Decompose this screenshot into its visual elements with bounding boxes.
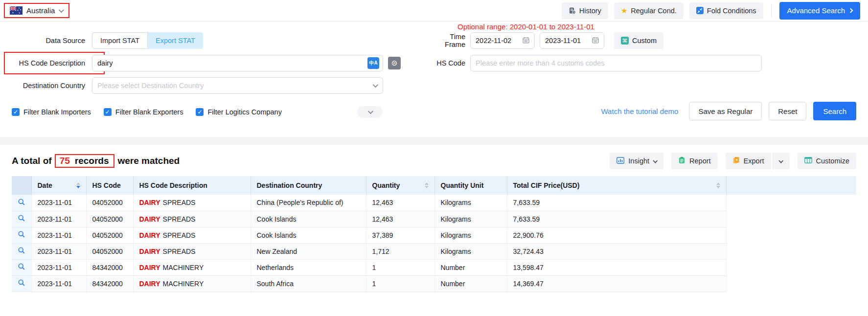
annotation-box-count: 75 records bbox=[55, 154, 115, 168]
start-date-input[interactable]: 2022-11-02 bbox=[470, 32, 535, 49]
hs-description-row: HS Code Description 中A ⊜ HS Code bbox=[12, 55, 856, 71]
history-icon bbox=[569, 7, 576, 14]
star-icon: ★ bbox=[621, 6, 627, 15]
translate-icon[interactable]: 中A bbox=[367, 57, 379, 69]
header-destination-country: Destination Country bbox=[251, 176, 366, 195]
insight-bi-icon bbox=[617, 157, 624, 165]
export-icon bbox=[732, 157, 740, 165]
results-summary: A total of 75 records were matched bbox=[12, 154, 180, 168]
cell-quantity-unit: Number bbox=[434, 259, 507, 275]
chevron-right-icon bbox=[848, 8, 853, 13]
collapse-conditions-toggle[interactable] bbox=[357, 106, 383, 118]
topbar: Australia History ★ Regular Cond. Fold C… bbox=[0, 0, 868, 22]
cell-description: DAIRYMACHINERY bbox=[133, 275, 251, 292]
history-button[interactable]: History bbox=[562, 2, 608, 19]
trade-data-search-page: Australia History ★ Regular Cond. Fold C… bbox=[0, 0, 868, 316]
export-stat-option[interactable]: Export STAT bbox=[148, 32, 203, 49]
header-spacer bbox=[726, 176, 856, 195]
summary-prefix: A total of bbox=[12, 156, 52, 166]
cell-quantity-unit: Kilograms bbox=[434, 227, 507, 243]
customize-button[interactable]: Customize bbox=[798, 153, 857, 169]
cell-date: 2023-11-01 bbox=[31, 211, 86, 227]
fold-icon bbox=[696, 7, 704, 14]
cell-hs-code: 04052000 bbox=[86, 211, 133, 227]
insight-label: Insight bbox=[628, 157, 649, 165]
export-button-group: Export bbox=[726, 153, 790, 169]
regular-cond-label: Regular Cond. bbox=[631, 7, 677, 15]
advanced-search-button[interactable]: Advanced Search bbox=[779, 2, 860, 20]
results-section: A total of 75 records were matched Insig… bbox=[0, 145, 868, 292]
magnifier-icon[interactable] bbox=[18, 247, 25, 254]
search-button[interactable]: Search bbox=[813, 102, 856, 120]
fold-conditions-button[interactable]: Fold Conditions bbox=[689, 2, 763, 19]
header-action-col bbox=[12, 176, 31, 195]
region-selector[interactable]: Australia bbox=[4, 3, 69, 18]
cell-date: 2023-11-01 bbox=[31, 275, 86, 292]
header-total-cif-price[interactable]: Total CIF Price(USD) bbox=[507, 176, 726, 195]
hs-code-description-wrap: 中A bbox=[92, 55, 383, 71]
export-dropdown-button[interactable] bbox=[772, 153, 790, 169]
customize-icon bbox=[804, 157, 812, 165]
end-date-input[interactable]: 2023-11-01 bbox=[540, 32, 604, 49]
fuzzy-match-toggle[interactable]: ⊜ bbox=[388, 57, 401, 69]
header-quantity-unit: Quantity Unit bbox=[434, 176, 507, 195]
destination-country-select[interactable]: Please select Destination Country bbox=[92, 77, 383, 94]
magnifier-icon[interactable] bbox=[18, 263, 25, 271]
filter-blank-importers-label: Filter Blank Importers bbox=[23, 108, 91, 116]
export-button[interactable]: Export bbox=[726, 153, 771, 169]
hs-code-input[interactable] bbox=[470, 55, 762, 71]
filters-row: ✓ Filter Blank Importers ✓ Filter Blank … bbox=[12, 103, 856, 121]
cell-date: 2023-11-01 bbox=[31, 259, 86, 275]
report-button[interactable]: Report bbox=[671, 153, 718, 169]
save-as-regular-button[interactable]: Save as Regular bbox=[689, 102, 762, 120]
magnifier-icon[interactable] bbox=[18, 214, 25, 222]
hs-code-description-input[interactable] bbox=[92, 55, 383, 71]
cell-date: 2023-11-01 bbox=[31, 243, 86, 259]
magnifier-icon[interactable] bbox=[18, 230, 25, 238]
cell-quantity: 12,463 bbox=[366, 195, 434, 211]
filter-blank-importers-checkbox[interactable]: ✓ Filter Blank Importers bbox=[12, 108, 91, 116]
table-body: 2023-11-01 04052000 DAIRYSPREADS China (… bbox=[12, 195, 856, 292]
advanced-search-label: Advanced Search bbox=[787, 6, 845, 15]
magnifier-icon[interactable] bbox=[18, 279, 25, 287]
filter-blank-exporters-label: Filter Blank Exporters bbox=[115, 108, 183, 116]
sort-caret-icons[interactable] bbox=[76, 182, 80, 188]
chevron-down-icon bbox=[373, 82, 378, 88]
chevron-down-icon bbox=[59, 7, 64, 12]
topbar-actions: History ★ Regular Cond. Fold Conditions … bbox=[562, 2, 860, 20]
cell-total-cif-price: 14,369.47 bbox=[507, 275, 726, 292]
cell-description: DAIRYSPREADS bbox=[133, 211, 251, 227]
sort-caret-icons[interactable] bbox=[716, 182, 720, 188]
report-icon bbox=[678, 157, 685, 165]
checkbox-checked-icon: ✓ bbox=[196, 108, 204, 116]
cell-destination-country: China (People's Republic of) bbox=[251, 195, 366, 211]
optional-range-hint: Optional range: 2020-01-01 to 2023-11-01 bbox=[457, 23, 594, 31]
table-header: Date HS Code HS Code Description Destina… bbox=[12, 176, 856, 195]
insight-button[interactable]: Insight bbox=[610, 153, 663, 169]
report-label: Report bbox=[689, 157, 711, 165]
cell-total-cif-price: 7,633.59 bbox=[507, 195, 726, 211]
checkbox-checked-icon: ✓ bbox=[104, 108, 112, 116]
data-source-segmented: Import STAT Export STAT bbox=[92, 32, 203, 49]
import-stat-option[interactable]: Import STAT bbox=[92, 32, 148, 49]
start-date-value: 2022-11-02 bbox=[476, 37, 511, 45]
cell-total-cif-price: 13,598.47 bbox=[507, 259, 726, 275]
custom-range-button[interactable]: ⌘ Custom bbox=[614, 32, 663, 49]
time-frame-label: Time Frame bbox=[430, 33, 465, 48]
cell-total-cif-price: 32,724.43 bbox=[507, 243, 726, 259]
chevron-down-icon bbox=[653, 158, 658, 163]
cell-total-cif-price: 22,900.76 bbox=[507, 227, 726, 243]
tutorial-demo-link[interactable]: Watch the tutorial demo bbox=[601, 107, 679, 115]
cell-quantity: 37,389 bbox=[366, 227, 434, 243]
reset-button[interactable]: Reset bbox=[769, 102, 806, 120]
filter-logitics-company-checkbox[interactable]: ✓ Filter Logitics Company bbox=[196, 108, 282, 116]
filter-blank-exporters-checkbox[interactable]: ✓ Filter Blank Exporters bbox=[104, 108, 183, 116]
sort-caret-icons[interactable] bbox=[425, 182, 429, 188]
magnifier-icon[interactable] bbox=[18, 198, 25, 206]
form-actions: Watch the tutorial demo Save as Regular … bbox=[601, 102, 856, 120]
header-date[interactable]: Date bbox=[31, 176, 86, 195]
header-quantity[interactable]: Quantity bbox=[366, 176, 434, 195]
regular-cond-button[interactable]: ★ Regular Cond. bbox=[614, 2, 684, 19]
hs-code-description-label: HS Code Description bbox=[12, 59, 85, 67]
calendar-icon bbox=[592, 37, 599, 45]
